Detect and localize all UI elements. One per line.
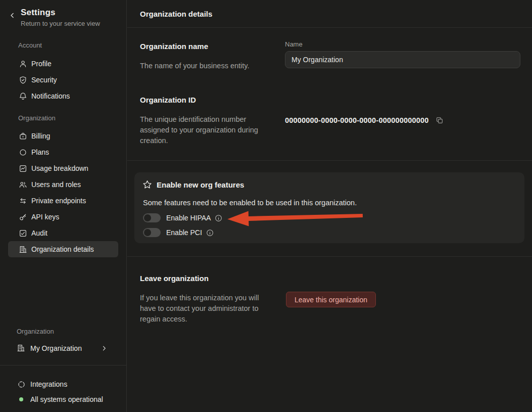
- back-button[interactable]: [8, 11, 17, 20]
- sidebar-item-label: Profile: [31, 60, 52, 68]
- sidebar-item-label: API keys: [31, 213, 59, 221]
- leave-organization-button[interactable]: Leave this organization: [286, 292, 376, 307]
- page-header: Organization details: [127, 0, 532, 28]
- org-switcher-label: My Organization: [30, 344, 82, 352]
- section-divider: [127, 256, 532, 257]
- leave-org-description: If you leave this organization you will …: [140, 293, 267, 325]
- hipaa-toggle-label: Enable HIPAA: [166, 214, 211, 222]
- sidebar-item-users-and-roles[interactable]: Users and roles: [0, 176, 126, 193]
- sidebar-item-profile[interactable]: Profile: [0, 56, 126, 72]
- users-icon: [18, 180, 27, 189]
- sidebar-item-label: Billing: [31, 132, 50, 140]
- org-switcher[interactable]: My Organization: [8, 340, 118, 356]
- features-card: Enable new org features Some features ne…: [134, 172, 524, 243]
- arrows-swap-icon: [18, 196, 27, 205]
- sidebar-item-label: Private endpoints: [31, 197, 86, 205]
- leave-org-title: Leave organization: [140, 274, 209, 283]
- building-icon: [18, 245, 27, 254]
- sidebar-item-label: Security: [31, 76, 57, 84]
- user-icon: [18, 59, 27, 68]
- sidebar-item-plans[interactable]: Plans: [0, 144, 126, 160]
- wallet-icon: [18, 131, 27, 141]
- integrations-label: Integrations: [30, 380, 67, 388]
- org-name-title: Organization name: [140, 42, 208, 51]
- sidebar-item-label: Usage breakdown: [31, 164, 88, 172]
- sidebar: Settings Return to your service view Acc…: [0, 0, 127, 412]
- system-status-link[interactable]: All systems operational: [0, 392, 126, 407]
- sidebar-header: Settings Return to your service view: [8, 8, 100, 27]
- sidebar-item-label: Users and roles: [31, 180, 81, 189]
- page-title: Organization details: [140, 10, 212, 18]
- chevron-right-icon: [101, 345, 107, 351]
- settings-window: Settings Return to your service view Acc…: [0, 0, 532, 412]
- star-icon: [142, 180, 152, 190]
- account-nav: Profile Security Notifications: [0, 56, 126, 104]
- sidebar-item-label: Notifications: [31, 92, 70, 100]
- sidebar-footer-divider: [0, 365, 127, 365]
- chevron-left-icon: [9, 12, 16, 19]
- system-status-label: All systems operational: [30, 395, 103, 403]
- sidebar-item-private-endpoints[interactable]: Private endpoints: [0, 193, 126, 209]
- section-header-organization: Organization: [18, 114, 56, 122]
- copy-icon[interactable]: [436, 116, 444, 124]
- sidebar-item-label: Audit: [31, 229, 47, 237]
- key-icon: [18, 212, 27, 221]
- features-card-description: Some features need to be enabled to be u…: [143, 199, 357, 207]
- integrations-link[interactable]: Integrations: [0, 377, 126, 392]
- section-header-org-switcher: Organization: [17, 328, 54, 335]
- features-card-title: Enable new org features: [157, 180, 244, 189]
- audit-check-icon: [18, 228, 27, 238]
- info-icon[interactable]: [206, 229, 214, 237]
- org-id-description: The unique identification number assigne…: [140, 114, 268, 146]
- sidebar-item-audit[interactable]: Audit: [0, 225, 126, 241]
- hipaa-toggle-row: Enable HIPAA: [143, 213, 222, 222]
- puzzle-icon: [17, 380, 26, 389]
- chart-icon: [18, 164, 27, 173]
- enable-hipaa-toggle[interactable]: [143, 213, 161, 222]
- org-id-value-row: 00000000-0000-0000-0000-000000000000: [285, 116, 444, 124]
- org-id-value: 00000000-0000-0000-0000-000000000000: [285, 116, 429, 124]
- sidebar-item-api-keys[interactable]: API keys: [0, 209, 126, 225]
- sidebar-title: Settings: [21, 8, 100, 18]
- shield-icon: [18, 75, 27, 84]
- sidebar-item-security[interactable]: Security: [0, 72, 126, 88]
- sidebar-subtitle: Return to your service view: [21, 20, 100, 27]
- org-id-title: Organization ID: [140, 96, 196, 104]
- enable-pci-toggle[interactable]: [143, 228, 161, 237]
- bell-icon: [18, 91, 27, 101]
- sidebar-item-label: Plans: [31, 148, 49, 156]
- info-icon[interactable]: [215, 214, 222, 222]
- section-header-account: Account: [18, 41, 42, 49]
- org-name-input[interactable]: [285, 51, 520, 68]
- organization-nav: Billing Plans Usage breakdown Users and …: [0, 128, 126, 257]
- section-divider: [127, 160, 532, 161]
- sidebar-item-billing[interactable]: Billing: [0, 128, 126, 144]
- sidebar-item-label: Organization details: [31, 245, 94, 253]
- building-icon: [17, 344, 26, 353]
- sidebar-item-organization-details[interactable]: Organization details: [8, 241, 118, 257]
- main-content: Organization details Organization name T…: [127, 0, 532, 412]
- sidebar-item-notifications[interactable]: Notifications: [0, 88, 126, 104]
- pci-toggle-label: Enable PCI: [166, 228, 202, 237]
- sidebar-item-usage-breakdown[interactable]: Usage breakdown: [0, 160, 126, 176]
- circle-icon: [18, 148, 27, 157]
- pci-toggle-row: Enable PCI: [143, 228, 214, 237]
- name-field-label: Name: [285, 40, 303, 48]
- org-name-description: The name of your business entity.: [140, 61, 250, 71]
- status-dot: [17, 395, 26, 404]
